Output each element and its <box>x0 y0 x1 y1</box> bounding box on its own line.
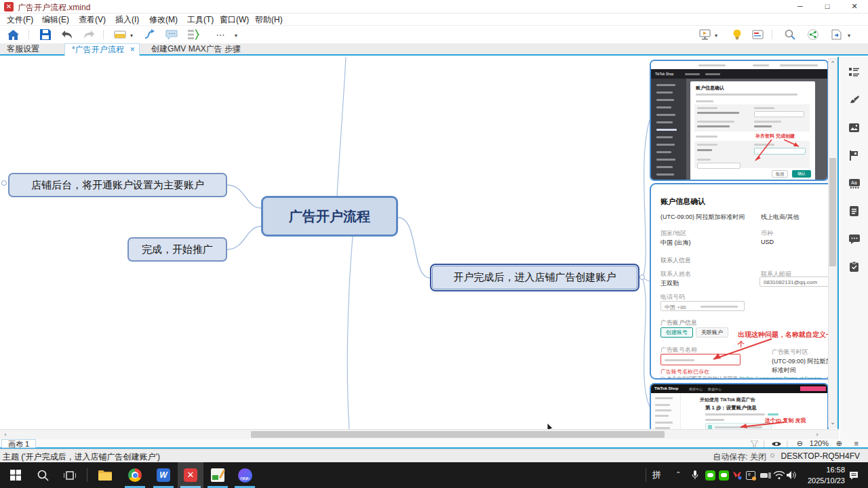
image-node-account-confirm-modal[interactable]: TikTok Shop 账户信息确认 <box>650 60 829 181</box>
home-icon[interactable] <box>5 28 20 41</box>
presentation-icon[interactable] <box>697 28 712 41</box>
horizontal-scroll-thumb[interactable] <box>251 431 665 438</box>
task-icon[interactable] <box>848 261 860 272</box>
preview-eye-icon[interactable] <box>772 439 781 448</box>
terms-checkbox[interactable] <box>660 377 665 380</box>
foun-app-icon[interactable]: 77Foun <box>232 462 258 488</box>
mindmap-canvas[interactable]: 店铺后台，将开通账户设置为主要账户 完成，开始推广 广告开户流程 开户完成后，进… <box>0 57 839 429</box>
menu-edit[interactable]: 编辑(E) <box>38 14 73 25</box>
scroll-left-icon[interactable]: ‹ <box>1 430 9 439</box>
callout-icon[interactable] <box>164 28 179 41</box>
tab-kefu-shezhi[interactable]: 客服设置 <box>0 43 46 54</box>
annotation-arrow-mid <box>651 184 835 380</box>
toolbar-dropdown-icon[interactable]: ▾ <box>235 33 237 39</box>
horizontal-scrollbar[interactable]: ‹ › <box>0 429 839 439</box>
wps-app-icon[interactable]: W <box>151 462 176 488</box>
tab-gmv-max[interactable]: 创建GMV MAX广告 步骤 <box>144 43 248 54</box>
toolbar-separator <box>103 30 104 39</box>
export-icon[interactable] <box>829 28 844 41</box>
tab-close-icon[interactable]: × <box>130 44 135 55</box>
menu-window[interactable]: 窗口(W) <box>216 14 253 25</box>
vertical-scroll-thumb[interactable] <box>829 158 836 266</box>
chrome-icon[interactable] <box>122 462 148 488</box>
taskbar-search-icon[interactable] <box>30 462 56 488</box>
summary-icon[interactable] <box>186 28 201 41</box>
relationship-icon[interactable] <box>142 28 157 41</box>
task-view-icon[interactable] <box>57 462 83 488</box>
image-node-account-confirm-page[interactable]: 账户信息确认 (UTC-09:00) 阿拉斯加标准时间 线上电商/其他 国家/地… <box>650 183 835 380</box>
comment-icon[interactable] <box>848 233 860 245</box>
menu-help[interactable]: 帮助(H) <box>251 14 287 25</box>
terms-links[interactable]: TikTok Commercial Terms of Service、TikTo… <box>739 375 830 380</box>
wechat-tray-icon[interactable] <box>704 469 716 481</box>
confirm-button[interactable]: 确认 <box>792 170 811 178</box>
sheet-layout-icon[interactable] <box>113 28 127 41</box>
xmind-taskbar-icon[interactable]: ✕ <box>178 462 203 488</box>
menu-file[interactable]: 文件(F) <box>3 14 37 25</box>
central-topic[interactable]: 广告开户流程 <box>261 196 398 237</box>
device-tray-icon[interactable] <box>760 469 772 481</box>
paint-app-icon[interactable] <box>205 462 231 488</box>
tab-label: *广告开户流程 <box>72 45 124 54</box>
toolbar-separator <box>28 30 29 39</box>
share-icon[interactable] <box>806 28 821 41</box>
export-dropdown-icon[interactable]: ▾ <box>848 33 850 39</box>
notes-icon[interactable] <box>848 205 860 217</box>
image-node-start-ads-page[interactable]: TikTok Shop 商家中心 数据中心 开始使用 TikTok 商店广告 第… <box>650 383 829 429</box>
cancel-button[interactable]: 取消 <box>772 170 788 178</box>
sheet-tab-canvas1[interactable]: 画布 1 <box>1 439 36 448</box>
autosave-status[interactable]: 自动保存: 关闭 <box>713 451 766 463</box>
ime-indicator[interactable]: 拼 <box>652 469 661 481</box>
collapse-handle[interactable] <box>1 180 7 186</box>
expand-handle[interactable] <box>639 274 645 280</box>
sync-dot-icon <box>770 453 774 458</box>
redo-icon[interactable] <box>81 28 96 41</box>
menu-tools[interactable]: 工具(T) <box>183 14 218 25</box>
scroll-right-icon[interactable]: › <box>813 430 821 439</box>
vertical-scrollbar[interactable]: ⌃ ⌄ <box>828 58 837 428</box>
sticker-icon[interactable]: Aa <box>848 178 860 189</box>
marker-flag-icon[interactable] <box>848 150 860 161</box>
sheet-bar: 画布 1 | | ⊖ 120% ⊕ ≡ <box>0 439 868 449</box>
undo-icon[interactable] <box>60 28 75 41</box>
volume-tray-icon[interactable] <box>785 469 797 481</box>
menu-view[interactable]: 查看(V) <box>75 14 110 25</box>
wecom-tray-icon[interactable] <box>717 469 730 481</box>
scroll-up-icon[interactable]: ⌃ <box>829 59 837 68</box>
filter-icon[interactable] <box>751 439 758 448</box>
format-brush-icon[interactable] <box>848 94 860 106</box>
minimize-button[interactable]: ─ <box>787 0 814 14</box>
zoom-in-icon[interactable]: ⊕ <box>836 439 842 448</box>
file-explorer-icon[interactable] <box>92 462 118 488</box>
topic-finish-promote[interactable]: 完成，开始推广 <box>127 237 227 262</box>
start-button[interactable] <box>3 462 28 488</box>
save-icon[interactable] <box>38 28 53 41</box>
more-tools-icon[interactable]: ⋯ <box>213 28 228 41</box>
image-icon[interactable] <box>848 122 860 134</box>
tray-expand-icon[interactable]: ⌃ <box>675 470 681 478</box>
sheet-layout-dropdown-icon[interactable]: ▾ <box>130 33 133 39</box>
idea-bulb-icon[interactable] <box>730 28 745 41</box>
wifi-tray-icon[interactable] <box>773 469 785 481</box>
notification-center-icon[interactable] <box>848 469 860 481</box>
topic-shop-backend[interactable]: 店铺后台，将开通账户设置为主要账户 <box>8 173 227 197</box>
tray-date: 2025/10/23 <box>799 475 845 486</box>
presentation-dropdown-icon[interactable]: ▾ <box>715 33 717 39</box>
clock[interactable]: 16:58 2025/10/23 <box>799 464 845 486</box>
menu-modify[interactable]: 修改(M) <box>145 14 182 25</box>
antivirus-tray-icon[interactable] <box>731 469 743 481</box>
search-icon[interactable] <box>783 28 797 41</box>
fit-map-icon[interactable]: ≡ <box>854 439 859 448</box>
outline-icon[interactable] <box>848 66 860 78</box>
tab-guanggao-kaihu-active[interactable]: *广告开户流程 × <box>64 43 140 56</box>
zoom-out-icon[interactable]: ⊖ <box>797 439 803 448</box>
format-panel-icon[interactable] <box>750 28 765 41</box>
confirm-modal: 账户信息确认 补齐资料 完成创建 <box>690 81 815 180</box>
menu-insert[interactable]: 插入(I) <box>111 14 143 25</box>
screenshot-tray-icon[interactable]: e <box>745 469 757 481</box>
scroll-down-icon[interactable]: ⌄ <box>829 418 837 427</box>
microphone-tray-icon[interactable] <box>689 469 701 481</box>
maximize-button[interactable]: □ <box>814 0 841 14</box>
close-button[interactable]: ✕ <box>841 0 868 14</box>
topic-after-open-selected[interactable]: 开户完成后，进入店铺广告创建账户 <box>430 264 639 291</box>
